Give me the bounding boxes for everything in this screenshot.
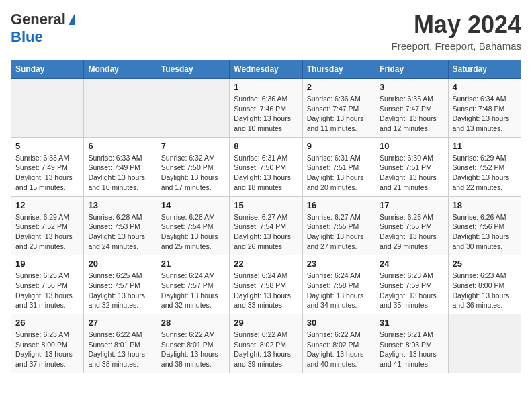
calendar-cell: 13Sunrise: 6:28 AMSunset: 7:53 PMDayligh… <box>84 196 157 255</box>
calendar-cell <box>84 79 157 138</box>
day-number: 26 <box>15 318 79 328</box>
day-number: 28 <box>161 318 225 328</box>
calendar-header-thursday: Thursday <box>302 60 375 79</box>
day-info: Sunrise: 6:32 AMSunset: 7:50 PMDaylight:… <box>161 153 225 193</box>
day-number: 17 <box>380 200 443 210</box>
day-number: 3 <box>380 82 443 92</box>
logo-triangle-icon <box>69 13 75 25</box>
day-info: Sunrise: 6:36 AMSunset: 7:46 PMDaylight:… <box>234 94 298 134</box>
day-info: Sunrise: 6:36 AMSunset: 7:47 PMDaylight:… <box>307 94 371 134</box>
day-info: Sunrise: 6:24 AMSunset: 7:58 PMDaylight:… <box>234 271 298 310</box>
day-info: Sunrise: 6:25 AMSunset: 7:56 PMDaylight:… <box>15 271 79 310</box>
calendar-header-wednesday: Wednesday <box>230 60 302 79</box>
calendar-cell: 15Sunrise: 6:27 AMSunset: 7:54 PMDayligh… <box>230 196 302 255</box>
day-info: Sunrise: 6:22 AMSunset: 8:01 PMDaylight:… <box>161 330 225 369</box>
page-header: General Blue May 2024 Freeport, Freeport… <box>11 11 521 52</box>
title-area: May 2024 Freeport, Freeport, Bahamas <box>392 11 521 52</box>
month-year-title: May 2024 <box>392 11 521 39</box>
logo-general-text: General <box>11 11 66 28</box>
day-info: Sunrise: 6:28 AMSunset: 7:54 PMDaylight:… <box>161 212 225 252</box>
day-number: 9 <box>307 141 371 151</box>
day-info: Sunrise: 6:29 AMSunset: 7:52 PMDaylight:… <box>15 212 79 252</box>
calendar-header-tuesday: Tuesday <box>157 60 229 79</box>
day-number: 2 <box>307 82 371 92</box>
day-number: 7 <box>161 141 225 151</box>
day-number: 13 <box>88 200 152 210</box>
day-info: Sunrise: 6:21 AMSunset: 8:03 PMDaylight:… <box>380 330 443 369</box>
calendar-header-saturday: Saturday <box>448 60 521 79</box>
calendar-cell: 2Sunrise: 6:36 AMSunset: 7:47 PMDaylight… <box>302 79 375 138</box>
day-number: 31 <box>380 318 443 328</box>
calendar-cell <box>157 79 229 138</box>
location-subtitle: Freeport, Freeport, Bahamas <box>392 40 521 52</box>
calendar-week-row: 26Sunrise: 6:23 AMSunset: 8:00 PMDayligh… <box>11 314 521 373</box>
day-number: 23 <box>307 259 371 269</box>
day-number: 27 <box>88 318 152 328</box>
day-info: Sunrise: 6:31 AMSunset: 7:51 PMDaylight:… <box>307 153 371 193</box>
calendar-week-row: 12Sunrise: 6:29 AMSunset: 7:52 PMDayligh… <box>11 196 521 255</box>
day-number: 12 <box>15 200 79 210</box>
calendar-cell: 18Sunrise: 6:26 AMSunset: 7:56 PMDayligh… <box>448 196 521 255</box>
day-number: 25 <box>453 259 517 269</box>
day-info: Sunrise: 6:27 AMSunset: 7:54 PMDaylight:… <box>234 212 298 252</box>
calendar-cell: 14Sunrise: 6:28 AMSunset: 7:54 PMDayligh… <box>157 196 229 255</box>
calendar-header-friday: Friday <box>375 60 448 79</box>
calendar-cell <box>448 314 521 373</box>
calendar-cell: 28Sunrise: 6:22 AMSunset: 8:01 PMDayligh… <box>157 314 229 373</box>
calendar-cell: 30Sunrise: 6:22 AMSunset: 8:02 PMDayligh… <box>302 314 375 373</box>
day-number: 5 <box>15 141 79 151</box>
calendar-cell: 6Sunrise: 6:33 AMSunset: 7:49 PMDaylight… <box>84 137 157 196</box>
day-info: Sunrise: 6:25 AMSunset: 7:57 PMDaylight:… <box>88 271 152 310</box>
logo-blue-text: Blue <box>11 28 43 46</box>
calendar-cell: 10Sunrise: 6:30 AMSunset: 7:51 PMDayligh… <box>375 137 448 196</box>
day-info: Sunrise: 6:22 AMSunset: 8:02 PMDaylight:… <box>307 330 371 369</box>
day-info: Sunrise: 6:35 AMSunset: 7:47 PMDaylight:… <box>380 94 443 134</box>
calendar-cell: 31Sunrise: 6:21 AMSunset: 8:03 PMDayligh… <box>375 314 448 373</box>
calendar-header-row: SundayMondayTuesdayWednesdayThursdayFrid… <box>11 60 521 79</box>
calendar-cell: 21Sunrise: 6:24 AMSunset: 7:57 PMDayligh… <box>157 255 229 314</box>
day-number: 14 <box>161 200 225 210</box>
calendar-cell: 23Sunrise: 6:24 AMSunset: 7:58 PMDayligh… <box>302 255 375 314</box>
calendar-cell: 27Sunrise: 6:22 AMSunset: 8:01 PMDayligh… <box>84 314 157 373</box>
calendar-cell: 8Sunrise: 6:31 AMSunset: 7:50 PMDaylight… <box>230 137 302 196</box>
day-info: Sunrise: 6:22 AMSunset: 8:01 PMDaylight:… <box>88 330 152 369</box>
calendar-cell: 16Sunrise: 6:27 AMSunset: 7:55 PMDayligh… <box>302 196 375 255</box>
calendar-cell <box>11 79 84 138</box>
logo: General Blue <box>11 11 75 46</box>
day-number: 21 <box>161 259 225 269</box>
calendar-cell: 29Sunrise: 6:22 AMSunset: 8:02 PMDayligh… <box>230 314 302 373</box>
day-info: Sunrise: 6:30 AMSunset: 7:51 PMDaylight:… <box>380 153 443 193</box>
calendar-cell: 1Sunrise: 6:36 AMSunset: 7:46 PMDaylight… <box>230 79 302 138</box>
calendar-week-row: 19Sunrise: 6:25 AMSunset: 7:56 PMDayligh… <box>11 255 521 314</box>
day-info: Sunrise: 6:28 AMSunset: 7:53 PMDaylight:… <box>88 212 152 252</box>
day-info: Sunrise: 6:33 AMSunset: 7:49 PMDaylight:… <box>15 153 79 193</box>
day-number: 20 <box>88 259 152 269</box>
day-info: Sunrise: 6:27 AMSunset: 7:55 PMDaylight:… <box>307 212 371 252</box>
calendar-cell: 24Sunrise: 6:23 AMSunset: 7:59 PMDayligh… <box>375 255 448 314</box>
day-number: 15 <box>234 200 298 210</box>
day-number: 6 <box>88 141 152 151</box>
calendar-cell: 19Sunrise: 6:25 AMSunset: 7:56 PMDayligh… <box>11 255 84 314</box>
calendar-cell: 3Sunrise: 6:35 AMSunset: 7:47 PMDaylight… <box>375 79 448 138</box>
calendar-week-row: 1Sunrise: 6:36 AMSunset: 7:46 PMDaylight… <box>11 79 521 138</box>
calendar-week-row: 5Sunrise: 6:33 AMSunset: 7:49 PMDaylight… <box>11 137 521 196</box>
day-number: 22 <box>234 259 298 269</box>
calendar-cell: 12Sunrise: 6:29 AMSunset: 7:52 PMDayligh… <box>11 196 84 255</box>
day-info: Sunrise: 6:24 AMSunset: 7:58 PMDaylight:… <box>307 271 371 310</box>
day-number: 29 <box>234 318 298 328</box>
calendar-table: SundayMondayTuesdayWednesdayThursdayFrid… <box>11 60 521 373</box>
calendar-cell: 11Sunrise: 6:29 AMSunset: 7:52 PMDayligh… <box>448 137 521 196</box>
day-number: 1 <box>234 82 298 92</box>
day-number: 19 <box>15 259 79 269</box>
day-info: Sunrise: 6:23 AMSunset: 8:00 PMDaylight:… <box>453 271 517 310</box>
day-info: Sunrise: 6:29 AMSunset: 7:52 PMDaylight:… <box>453 153 517 193</box>
calendar-cell: 25Sunrise: 6:23 AMSunset: 8:00 PMDayligh… <box>448 255 521 314</box>
day-info: Sunrise: 6:23 AMSunset: 8:00 PMDaylight:… <box>15 330 79 369</box>
calendar-header-monday: Monday <box>84 60 157 79</box>
day-info: Sunrise: 6:31 AMSunset: 7:50 PMDaylight:… <box>234 153 298 193</box>
calendar-cell: 4Sunrise: 6:34 AMSunset: 7:48 PMDaylight… <box>448 79 521 138</box>
calendar-cell: 17Sunrise: 6:26 AMSunset: 7:55 PMDayligh… <box>375 196 448 255</box>
day-number: 4 <box>453 82 517 92</box>
day-number: 11 <box>453 141 517 151</box>
day-info: Sunrise: 6:26 AMSunset: 7:56 PMDaylight:… <box>453 212 517 252</box>
